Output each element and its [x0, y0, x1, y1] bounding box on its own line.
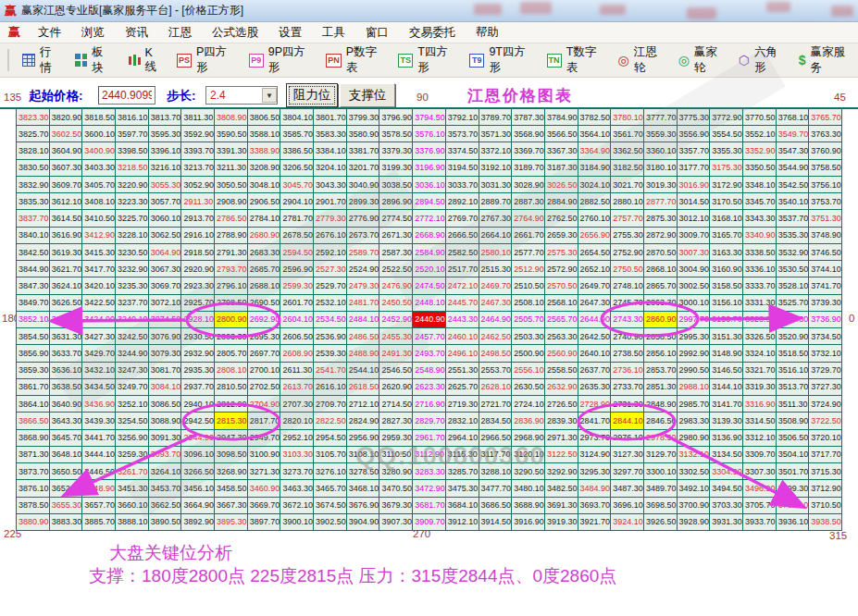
grid-cell[interactable]: 2887.30	[512, 193, 545, 210]
grid-cell[interactable]: 2930.50	[181, 328, 215, 345]
grid-cell[interactable]: 3487.30	[611, 480, 644, 497]
grid-cell[interactable]: 3417.70	[82, 261, 116, 277]
toolbar-button[interactable]: $赢家服务	[791, 44, 858, 76]
grid-cell[interactable]: 2563.30	[545, 328, 578, 345]
grid-cell[interactable]: 2733.70	[611, 379, 644, 396]
grid-cell[interactable]: 3304.90	[710, 463, 743, 480]
grid-cell[interactable]: 3184.90	[578, 160, 612, 177]
grid-cell[interactable]: 2829.70	[413, 413, 446, 429]
grid-cell[interactable]: 3775.30	[678, 109, 711, 126]
grid-cell[interactable]: 2976.10	[611, 430, 644, 447]
menu-item[interactable]: 窗口	[355, 25, 399, 41]
grid-cell[interactable]: 2541.70	[314, 363, 347, 379]
grid-cell[interactable]: 3340.90	[743, 228, 777, 244]
grid-cell[interactable]: 3410.50	[82, 210, 116, 227]
grid-cell[interactable]: 2644.90	[578, 312, 612, 328]
grid-cell[interactable]: 2952.10	[280, 430, 314, 447]
grid-cell[interactable]: 2517.70	[446, 261, 479, 277]
grid-cell[interactable]: 2913.70	[181, 210, 215, 227]
grid-cell[interactable]: 2726.50	[545, 396, 578, 413]
grid-cell[interactable]: 3369.70	[512, 142, 545, 159]
grid-cell[interactable]: 3856.90	[17, 345, 50, 362]
grid-cell[interactable]: 3412.90	[82, 228, 116, 244]
grid-cell[interactable]: 3708.10	[777, 498, 810, 514]
grid-cell[interactable]: 2846.50	[644, 413, 678, 429]
grid-cell[interactable]: 3249.70	[116, 379, 149, 396]
grid-cell[interactable]: 3561.70	[611, 126, 644, 142]
grid-cell[interactable]: 3187.30	[545, 160, 578, 177]
grid-cell[interactable]: 3014.50	[678, 193, 711, 210]
grid-cell[interactable]: 3405.70	[82, 177, 116, 193]
grid-cell[interactable]: 2460.10	[446, 328, 479, 345]
chevron-down-icon[interactable]: ▼	[262, 88, 277, 103]
grid-cell[interactable]: 2796.10	[215, 277, 248, 294]
grid-cell[interactable]: 3480.10	[512, 480, 545, 497]
grid-cell[interactable]: 3926.50	[644, 514, 678, 531]
grid-cell[interactable]: 3700.90	[678, 498, 711, 514]
grid-cell[interactable]: 3888.10	[116, 514, 149, 531]
grid-cell[interactable]: 3540.10	[777, 193, 810, 210]
grid-cell[interactable]: 2820.10	[280, 413, 314, 429]
grid-cell[interactable]: 2805.70	[215, 345, 248, 362]
grid-cell[interactable]: 2611.30	[280, 363, 314, 379]
grid-cell[interactable]: 3448.90	[82, 480, 116, 497]
menu-item[interactable]: 设置	[268, 25, 312, 41]
grid-cell[interactable]: 3513.70	[777, 379, 810, 396]
grid-cell[interactable]: 2584.90	[413, 244, 446, 261]
grid-cell[interactable]: 3362.50	[611, 142, 644, 159]
grid-cell[interactable]: 2678.50	[280, 228, 314, 244]
grid-cell[interactable]: 2918.50	[181, 244, 215, 261]
grid-cell[interactable]: 3544.90	[777, 160, 810, 177]
grid-cell[interactable]: 2810.50	[215, 379, 248, 396]
grid-cell[interactable]: 3468.10	[347, 480, 380, 497]
grid-cell[interactable]: 2808.10	[215, 363, 248, 379]
grid-cell[interactable]: 3168.10	[710, 210, 743, 227]
grid-cell[interactable]: 3537.70	[777, 210, 810, 227]
grid-cell[interactable]: 3031.30	[479, 177, 513, 193]
grid-cell[interactable]: 3076.90	[149, 328, 182, 345]
grid-cell[interactable]: 3820.90	[50, 109, 83, 126]
grid-cell[interactable]: 3660.10	[116, 498, 149, 514]
grid-cell[interactable]: 3722.50	[809, 413, 842, 429]
grid-cell[interactable]: 2786.50	[215, 210, 248, 227]
grid-cell[interactable]: 3127.30	[611, 447, 644, 463]
grid-cell[interactable]: 3612.10	[50, 193, 83, 210]
grid-cell[interactable]: 2839.30	[545, 413, 578, 429]
grid-cell[interactable]: 3876.10	[17, 480, 50, 497]
grid-cell[interactable]: 3064.90	[149, 244, 182, 261]
grid-cell[interactable]: 2498.50	[479, 345, 513, 362]
grid-cell[interactable]: 3247.30	[116, 363, 149, 379]
grid-cell[interactable]: 2462.50	[479, 328, 513, 345]
grid-cell[interactable]: 3804.10	[280, 109, 314, 126]
grid-cell[interactable]: 3043.30	[314, 177, 347, 193]
grid-cell[interactable]: 2745.70	[611, 295, 644, 312]
grid-cell[interactable]: 2812.90	[215, 396, 248, 413]
grid-cell[interactable]: 2940.10	[181, 396, 215, 413]
grid-cell[interactable]: 2971.30	[545, 430, 578, 447]
menu-item[interactable]: 交易委托	[399, 25, 466, 41]
grid-cell[interactable]: 2894.50	[413, 193, 446, 210]
grid-cell[interactable]: 2774.50	[379, 210, 413, 227]
grid-cell[interactable]: 3427.30	[82, 328, 116, 345]
grid-cell[interactable]: 2546.50	[379, 363, 413, 379]
grid-cell[interactable]: 3904.90	[347, 514, 380, 531]
grid-cell[interactable]: 3192.10	[479, 160, 513, 177]
grid-cell[interactable]: 3835.30	[17, 193, 50, 210]
grid-cell[interactable]: 2599.30	[280, 277, 314, 294]
grid-cell[interactable]: 3268.90	[215, 463, 248, 480]
grid-cell[interactable]: 2779.30	[314, 210, 347, 227]
grid-cell[interactable]: 2781.70	[280, 210, 314, 227]
grid-cell[interactable]: 2594.50	[280, 244, 314, 261]
grid-cell[interactable]: 2440.90	[413, 312, 446, 328]
grid-cell[interactable]: 3729.70	[809, 363, 842, 379]
grid-cell[interactable]: 3266.50	[181, 463, 215, 480]
grid-cell[interactable]: 2697.70	[248, 345, 281, 362]
grid-cell[interactable]: 3861.70	[17, 379, 50, 396]
grid-cell[interactable]: 3792.10	[446, 109, 479, 126]
grid-cell[interactable]: 3228.10	[116, 228, 149, 244]
grid-cell[interactable]: 2527.30	[314, 261, 347, 277]
grid-cell[interactable]: 3475.30	[446, 480, 479, 497]
grid-cell[interactable]: 2680.90	[248, 228, 281, 244]
grid-cell[interactable]: 2892.10	[446, 193, 479, 210]
grid-cell[interactable]: 3439.30	[82, 413, 116, 429]
